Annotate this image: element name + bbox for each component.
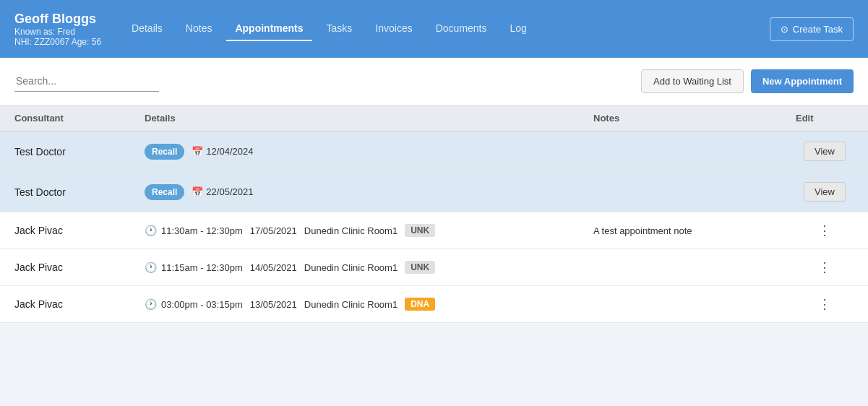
nav-menu: Details Notes Appointments Tasks Invoice… <box>123 17 770 41</box>
header: Geoff Bloggs Known as: Fred NHI: ZZZ0067… <box>0 0 868 58</box>
appointment-date: 17/05/2021 <box>250 225 297 236</box>
details-cell: 🕐 03:00pm - 03:15pm 13/05/2021 Dunedin C… <box>145 298 593 311</box>
clock-icon: 🕐 <box>145 262 157 273</box>
edit-cell: View <box>796 182 854 202</box>
nav-log[interactable]: Log <box>502 17 536 41</box>
view-button[interactable]: View <box>804 142 846 161</box>
clock-circle-icon: ⊙ <box>781 24 788 35</box>
status-badge-unk: UNK <box>405 261 435 274</box>
col-notes: Notes <box>593 113 796 124</box>
more-options-button[interactable]: ⋮ <box>818 259 832 275</box>
nav-documents[interactable]: Documents <box>427 17 496 41</box>
time-range: 🕐 03:00pm - 03:15pm <box>145 298 243 310</box>
status-badge-unk: UNK <box>405 224 435 237</box>
col-details: Details <box>145 113 593 124</box>
details-cell: 🕐 11:15am - 12:30pm 14/05/2021 Dunedin C… <box>145 261 593 274</box>
nav-invoices[interactable]: Invoices <box>366 17 421 41</box>
patient-known-as: Known as: Fred <box>14 27 101 37</box>
table-header: Consultant Details Notes Edit <box>0 105 868 131</box>
toolbar: Add to Waiting List New Appointment <box>0 58 868 105</box>
header-actions: ⊙ Create Task <box>770 17 854 41</box>
edit-cell: ⋮ <box>796 296 854 312</box>
location: Dunedin Clinic Room1 <box>304 225 398 236</box>
edit-cell: ⋮ <box>796 223 854 238</box>
patient-info: Geoff Bloggs Known as: Fred NHI: ZZZ0067… <box>14 12 101 47</box>
time-range: 🕐 11:30am - 12:30pm <box>145 225 243 236</box>
recall-date: 📅 22/05/2021 <box>192 186 253 197</box>
consultant-cell: Jack Pivac <box>14 298 145 310</box>
table-row: Jack Pivac 🕐 03:00pm - 03:15pm 13/05/202… <box>0 286 868 323</box>
create-task-button[interactable]: ⊙ Create Task <box>770 17 854 41</box>
nav-details[interactable]: Details <box>123 17 171 41</box>
add-to-waiting-list-button[interactable]: Add to Waiting List <box>641 69 744 93</box>
consultant-cell: Jack Pivac <box>14 225 145 236</box>
calendar-icon: 📅 <box>192 186 203 197</box>
recall-badge: Recall <box>145 184 184 200</box>
table-row: Jack Pivac 🕐 11:30am - 12:30pm 17/05/202… <box>0 212 868 249</box>
edit-cell: ⋮ <box>796 259 854 275</box>
details-cell: Recall 📅 22/05/2021 <box>145 184 593 200</box>
consultant-cell: Test Doctor <box>14 186 145 198</box>
location: Dunedin Clinic Room1 <box>304 262 398 273</box>
details-cell: Recall 📅 12/04/2024 <box>145 144 593 160</box>
recall-date: 📅 12/04/2024 <box>192 146 253 157</box>
patient-nhi: NHI: ZZZ0067 Age: 56 <box>14 37 101 47</box>
appointment-date: 13/05/2021 <box>250 299 297 310</box>
recall-badge: Recall <box>145 144 184 160</box>
toolbar-buttons: Add to Waiting List New Appointment <box>641 69 854 93</box>
patient-name: Geoff Bloggs <box>14 12 101 27</box>
table-row: Test Doctor Recall 📅 22/05/2021 View <box>0 172 868 212</box>
more-options-button[interactable]: ⋮ <box>818 296 832 312</box>
calendar-icon: 📅 <box>192 146 203 157</box>
col-edit: Edit <box>796 113 854 124</box>
col-consultant: Consultant <box>14 113 145 124</box>
nav-appointments[interactable]: Appointments <box>226 17 311 41</box>
consultant-cell: Jack Pivac <box>14 262 145 273</box>
table-row: Jack Pivac 🕐 11:15am - 12:30pm 14/05/202… <box>0 249 868 286</box>
table-row: Test Doctor Recall 📅 12/04/2024 View <box>0 131 868 172</box>
time-range: 🕐 11:15am - 12:30pm <box>145 262 243 273</box>
nav-tasks[interactable]: Tasks <box>318 17 361 41</box>
new-appointment-button[interactable]: New Appointment <box>751 69 854 93</box>
nav-notes[interactable]: Notes <box>177 17 221 41</box>
appointments-table: Consultant Details Notes Edit Test Docto… <box>0 105 868 323</box>
consultant-cell: Test Doctor <box>14 146 145 157</box>
search-input[interactable] <box>14 71 159 92</box>
location: Dunedin Clinic Room1 <box>304 299 398 310</box>
view-button[interactable]: View <box>804 182 846 202</box>
appointment-date: 14/05/2021 <box>250 262 297 273</box>
clock-icon: 🕐 <box>145 298 157 310</box>
clock-icon: 🕐 <box>145 225 157 236</box>
notes-cell: A test appointment note <box>593 225 796 236</box>
details-cell: 🕐 11:30am - 12:30pm 17/05/2021 Dunedin C… <box>145 224 593 237</box>
more-options-button[interactable]: ⋮ <box>818 223 832 238</box>
edit-cell: View <box>796 142 854 161</box>
status-badge-dna: DNA <box>405 298 435 311</box>
